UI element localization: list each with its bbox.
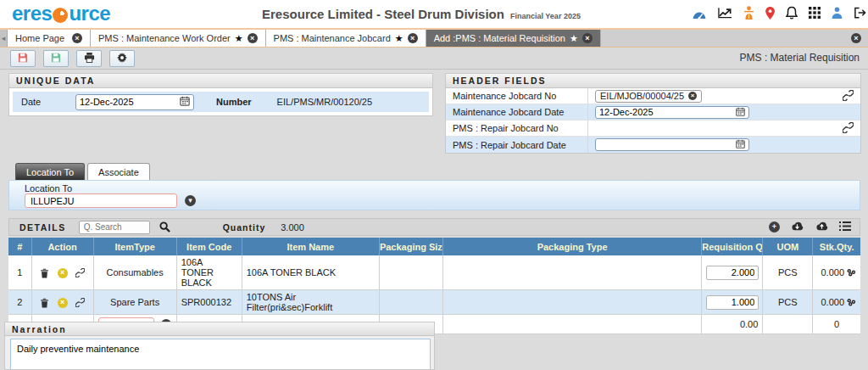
- narration-panel: Narration Daily preventive maintenance: [4, 322, 435, 370]
- unique-data-header: UNIQUE DATA: [9, 74, 432, 88]
- tab-maintenance-work-order[interactable]: PMS : Maintenance Work Order ★ ×: [91, 30, 266, 47]
- narration-header: Narration: [5, 322, 434, 336]
- apps-grid-icon[interactable]: [809, 7, 821, 19]
- details-search-input[interactable]: [79, 221, 150, 234]
- cloud-download-icon[interactable]: [790, 221, 804, 233]
- repair-jobcard-date-input[interactable]: [599, 140, 736, 150]
- user-profile-icon[interactable]: [832, 7, 843, 19]
- calendar-icon[interactable]: [736, 139, 745, 150]
- cloud-upload-icon[interactable]: [815, 221, 829, 233]
- company-division-title: Eresource Limited - Steel Drum Division: [262, 7, 504, 21]
- gear-icon: [117, 53, 127, 64]
- notifications-bell-icon[interactable]: [786, 6, 798, 20]
- document-tab-bar: ◂ Home Page × PMS : Maintenance Work Ord…: [0, 28, 868, 48]
- narration-textarea[interactable]: Daily preventive maintenance: [10, 339, 431, 370]
- stock-lookup-icon[interactable]: [844, 297, 856, 307]
- tab-scroll-left-button[interactable]: ◂: [0, 30, 8, 47]
- list-view-icon[interactable]: [839, 221, 851, 233]
- link-lookup-icon[interactable]: [843, 122, 854, 135]
- quantity-label: Quantity: [223, 222, 266, 233]
- search-icon[interactable]: [159, 221, 170, 233]
- close-all-tabs-icon[interactable]: ×: [851, 33, 861, 43]
- logo-text-1: eres: [12, 2, 52, 25]
- stock-lookup-icon[interactable]: [844, 267, 856, 278]
- form-toolbar: PMS : Material Requisition: [0, 48, 868, 70]
- cell-stk-qty: 0.000: [813, 255, 860, 290]
- unique-data-row: Date Number EIL/PMS/MR/00120/25: [13, 92, 429, 112]
- cell-stk-qty-total: 0: [813, 315, 860, 334]
- jobcard-date-input[interactable]: [599, 107, 736, 117]
- jobcard-no-tag[interactable]: EIL/MJOB/00004/25 ×: [595, 90, 702, 103]
- details-title: DETAILS: [19, 222, 66, 233]
- window-title: Eresource Limited - Steel Drum Division …: [262, 7, 581, 21]
- analytics-chart-icon[interactable]: [718, 7, 732, 19]
- table-row: 2 × Spare Parts SPR000132 10TONS Air Fil…: [8, 290, 860, 315]
- tab-home-page[interactable]: Home Page ×: [8, 30, 91, 47]
- tab-close-icon[interactable]: ×: [408, 33, 418, 43]
- cancel-row-icon[interactable]: ×: [58, 298, 68, 308]
- logout-icon[interactable]: [854, 7, 866, 19]
- save-button[interactable]: [10, 50, 36, 67]
- tab-label: Associate: [98, 167, 139, 177]
- settings-button[interactable]: [109, 50, 135, 67]
- requisition-qty-input[interactable]: [706, 295, 759, 310]
- save-new-button[interactable]: [43, 50, 69, 67]
- link-lookup-icon[interactable]: [843, 90, 854, 103]
- announcement-person-icon[interactable]: [743, 6, 754, 20]
- field-label: PMS : Repair Jobcard No: [446, 121, 588, 136]
- delete-row-icon[interactable]: [40, 268, 49, 278]
- cell-uom: [763, 315, 813, 334]
- requisition-qty-input[interactable]: [706, 266, 759, 280]
- cell-num: 2: [8, 290, 31, 315]
- details-action-icons: +: [769, 221, 851, 233]
- header-fields-header: HEADER FIELDS: [446, 74, 860, 88]
- date-input[interactable]: [80, 97, 180, 107]
- add-row-icon[interactable]: +: [769, 221, 780, 233]
- delete-row-icon[interactable]: [40, 298, 49, 308]
- tab-close-icon[interactable]: ×: [582, 33, 593, 43]
- jobcard-no-value: EIL/MJOB/00004/25: [600, 91, 684, 101]
- number-value: EIL/PMS/MR/00120/25: [277, 97, 373, 107]
- col-packaging-type: Packaging Type: [442, 238, 701, 255]
- tab-location-to[interactable]: Location To: [15, 163, 85, 180]
- dashboard-gauge-icon[interactable]: [692, 7, 707, 20]
- cancel-row-icon[interactable]: ×: [58, 268, 68, 278]
- number-label: Number: [216, 97, 252, 107]
- field-label: Maintenance Jobcard Date: [446, 104, 588, 120]
- calendar-icon[interactable]: [180, 96, 190, 108]
- field-value-area: [588, 121, 860, 136]
- col-requisition-qty: Requisition Qty: [702, 238, 763, 255]
- tab-maintenance-jobcard[interactable]: PMS : Maintenance Jobcard ★ ×: [266, 30, 426, 47]
- cell-itemtype: Consumables: [93, 255, 176, 290]
- tab-close-icon[interactable]: ×: [72, 33, 82, 43]
- location-dropdown-icon[interactable]: ▾: [185, 195, 196, 206]
- table-row: 1 × Consumables 106A TONER BLACK 106A TO…: [8, 255, 860, 290]
- details-table: # Action ItemType Item Code Item Name Pa…: [8, 238, 860, 334]
- tab-close-icon[interactable]: ×: [248, 33, 258, 43]
- location-pin-icon[interactable]: [765, 7, 775, 20]
- print-button[interactable]: [76, 50, 102, 67]
- location-to-input[interactable]: [25, 193, 177, 208]
- logo-o-icon: [53, 8, 68, 23]
- field-value-area: [588, 104, 860, 120]
- cell-packaging-size: [379, 255, 442, 290]
- tab-star-icon[interactable]: ★: [395, 34, 403, 43]
- row-link-icon[interactable]: [75, 268, 85, 278]
- tab-label: Home Page: [15, 33, 64, 43]
- stk-qty-value: 0.000: [821, 267, 844, 278]
- tab-material-requisition-active[interactable]: Add :PMS : Material Requisition ★ ×: [426, 30, 601, 47]
- remove-jobcard-icon[interactable]: ×: [688, 92, 697, 100]
- tab-associate[interactable]: Associate: [87, 163, 150, 180]
- calendar-icon[interactable]: [736, 107, 745, 118]
- tab-star-icon[interactable]: ★: [570, 34, 578, 43]
- unique-data-body: Date Number EIL/PMS/MR/00120/25: [9, 88, 432, 115]
- eresource-logo[interactable]: eresurce: [12, 2, 110, 25]
- location-to-label: Location To: [25, 183, 72, 193]
- tab-star-icon[interactable]: ★: [235, 34, 243, 43]
- col-itemname: Item Name: [242, 238, 379, 255]
- row-link-icon[interactable]: [75, 298, 85, 307]
- stk-qty-value: 0.000: [821, 297, 844, 307]
- cell-actions: ×: [31, 255, 93, 290]
- cell-num: 1: [8, 255, 31, 290]
- field-row-repair-jobcard-no: PMS : Repair Jobcard No: [446, 121, 860, 137]
